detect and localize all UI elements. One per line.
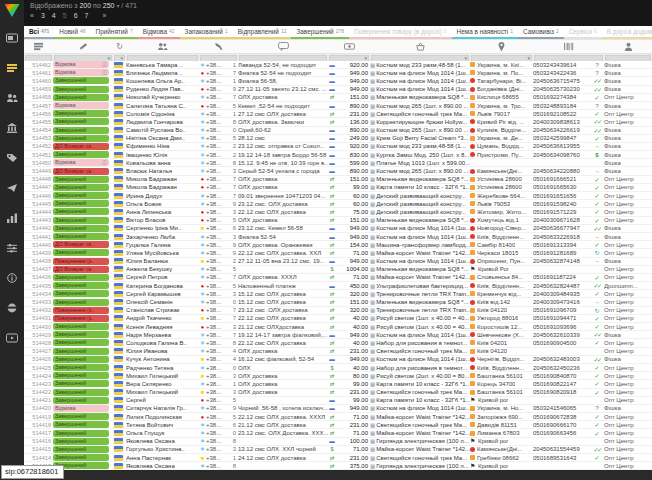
status-badge[interactable]: Завершений (53, 208, 109, 215)
status-badge[interactable]: Завершений (53, 430, 109, 437)
table-row[interactable]: 514430ЗавершенийКсенія Левадняя●+38...32… (24, 323, 652, 331)
status-badge[interactable]: Завершений (53, 356, 109, 363)
status-badge[interactable]: Завершений (53, 192, 109, 199)
table-row[interactable]: 514432Повернення (з..Станіслав Стрижак●+… (24, 307, 652, 315)
company-icon[interactable] (0, 117, 24, 139)
table-row[interactable]: 514429ЗавершенийНадія Мерзаева✳+38...719… (24, 331, 652, 339)
status-badge[interactable]: Відмоваⓘ (53, 159, 109, 166)
tab-7[interactable]: Завершений278 (291, 26, 349, 39)
table-row[interactable]: 514433ЗавершенийОлексій Семанін✳+38...01… (24, 298, 652, 306)
table-row[interactable]: 514445ЗавершенийОльга Божик✳+38...923.12… (24, 200, 652, 208)
table-row[interactable]: 514452ДО Возврат ск..Єфименко Ніна✳+38..… (24, 143, 652, 151)
table-row[interactable]: 514447ЗавершенийМикола Бадражан●+38...7О… (24, 184, 652, 192)
status-badge[interactable]: Відмова (53, 102, 109, 109)
table-row[interactable]: 514439ЗавершенийУляна Мусійовська✳+38...… (24, 249, 652, 257)
clients-icon[interactable] (126, 40, 199, 53)
price-tag-icon[interactable] (0, 147, 24, 169)
status-badge[interactable]: Завершений (53, 299, 109, 306)
page-number-7[interactable]: 7 (85, 12, 89, 19)
tab-5[interactable]: Запакований1 (180, 26, 233, 39)
table-row[interactable]: 514422ЗавершенийМихаил Гилецький■+38...3… (24, 389, 652, 397)
table-row[interactable]: 514456ЗавершенийСоломія Сідоніна✳+38...1… (24, 110, 652, 118)
table-row[interactable]: 514449ДО Возврат ск..Власюк Наталья✳+38.… (24, 167, 652, 175)
list-icon[interactable] (24, 40, 53, 53)
table-row[interactable]: 514425ЗавершенийРадченко Тетяна✳+38...0О… (24, 364, 652, 372)
table-row[interactable]: 514448ЗавершенийМикола Бадражан●+38...7О… (24, 176, 652, 184)
tab-9[interactable]: Нема в наявності1 (452, 26, 518, 39)
table-row[interactable]: 514414ЗавершенийАнна Пастернак■+38...124… (24, 454, 652, 462)
status-badge[interactable]: Завершений (53, 151, 109, 158)
table-row[interactable]: 514446ЗавершенийИрина Дидух✳+38...709.01… (24, 192, 652, 200)
refresh-icon[interactable]: ↻ (113, 40, 126, 53)
phone-icon[interactable] (199, 40, 238, 53)
status-badge[interactable]: Завершений (53, 364, 109, 371)
status-badge[interactable]: Завершений (53, 110, 109, 117)
table-row[interactable]: 514451ЗавершенийІващенко Юлія✳+38...219.… (24, 151, 652, 159)
table-row[interactable]: 514434ЗавершенийСергей Карамышев✳+38...3… (24, 290, 652, 298)
info-icon[interactable] (0, 267, 24, 289)
table-row[interactable]: 514450ВідмоваⓘКовальова анна✳+38...815.1… (24, 159, 652, 167)
table-row[interactable]: 514416ЗавершенийЯковлева Оксана✳+38...8▬… (24, 438, 652, 446)
status-badge[interactable]: Завершений (53, 225, 109, 232)
status-badge[interactable]: Завершений (53, 397, 109, 404)
status-badge[interactable]: Завершений (53, 217, 109, 224)
table-row[interactable]: 514460ЗавершенийКошелева Ольга Ар..✳+38.… (24, 77, 652, 85)
tab-2[interactable]: Новий48 (54, 26, 90, 39)
status-pencil-icon[interactable] (53, 40, 113, 53)
money-icon[interactable] (328, 40, 370, 53)
sip-call-bar[interactable]: sip:0672818601 (1, 465, 64, 479)
table-row[interactable]: 514444ЗавершенийАнна Липенська●+38...322… (24, 208, 652, 216)
last-page-icon[interactable]: » (102, 12, 106, 19)
table-row[interactable]: 514413ЗавершенийЯковлева Оксана✳+38...8⇄… (24, 462, 652, 470)
table-row[interactable]: 514420ВідмоваСитарчук Наталія Гр..✳+38..… (24, 405, 652, 413)
table-row[interactable]: 514462ВідмоваⓘКаневська Тамара ..✳+38...… (24, 61, 652, 69)
manager-person-icon[interactable] (604, 40, 652, 53)
status-badge[interactable]: Завершений (53, 380, 109, 387)
table-row[interactable]: 514443ЗавершенийВіктор Власов●+38...5ОЛХ… (24, 217, 652, 225)
tab-6[interactable]: Відправлений12 (233, 26, 292, 39)
status-badge[interactable]: Завершений (53, 438, 109, 445)
tab-4[interactable]: Відмова42 (138, 26, 180, 39)
table-row[interactable]: 514418ЗавершенийТетяна Войтович✳+38...62… (24, 421, 652, 429)
tab-10[interactable]: Самовивіз2 (518, 26, 564, 39)
orders-list-icon[interactable] (0, 57, 24, 79)
status-badge[interactable]: Повернення (з.. (53, 258, 109, 265)
table-row[interactable]: 514427ЗавершенийЮлия Иванова✳+38...4ОЛХ … (24, 348, 652, 356)
status-badge[interactable]: Завершений (53, 446, 109, 453)
table-row[interactable]: 514436ЗавершенийСергей Петров✳+38...7ОЛХ… (24, 274, 652, 282)
status-badge[interactable]: Завершений (53, 94, 109, 101)
barcode-icon[interactable] (533, 40, 604, 53)
stats-chart-icon[interactable] (0, 207, 24, 229)
table-row[interactable]: 514417ЗавершенийОльга Глущук✳+38...023.1… (24, 429, 652, 437)
status-badge[interactable]: Завершений (53, 339, 109, 346)
status-badge[interactable]: Повернення (з.. (53, 307, 109, 314)
table-row[interactable]: 514461ВідмоваⓘБлизнюк Людмила ..●+38...7… (24, 69, 652, 77)
status-badge[interactable]: Завершений (53, 118, 109, 125)
table-row[interactable]: 514453ЗавершенийНікітіна Оксана Дми..✳+3… (24, 135, 652, 143)
status-badge[interactable]: Завершений (53, 127, 109, 134)
table-row[interactable]: 514428ЗавершенийСолодкова Галина В..✳+38… (24, 339, 652, 347)
page-size-dropdown-icon[interactable]: ▾ (116, 3, 119, 9)
status-badge[interactable]: Завершений (53, 413, 109, 420)
tab-8[interactable]: Повернення товару (в дорозі)0 (349, 26, 452, 39)
table-row[interactable]: 514458ЗавершенийНиколай Кучеренко✳+38...… (24, 94, 652, 102)
table-row[interactable]: 514459ЗавершенийРуденко Лидия Пав..●+38.… (24, 86, 652, 94)
status-badge[interactable]: Завершений (53, 421, 109, 428)
tab-3[interactable]: Прийнятий7 (91, 26, 138, 39)
status-badge[interactable]: Завершений (53, 331, 109, 338)
status-badge[interactable]: Завершений (53, 290, 109, 297)
status-badge[interactable]: Завершений (53, 372, 109, 379)
page-number-4[interactable]: 4 (52, 12, 56, 19)
status-badge[interactable]: Завершений (53, 348, 109, 355)
status-badge[interactable]: Завершений (53, 86, 109, 93)
customers-icon[interactable] (0, 87, 24, 109)
status-badge[interactable]: ДО Возврат ск.. (53, 266, 109, 273)
status-badge[interactable]: Завершений (53, 389, 109, 396)
status-badge[interactable]: Завершений (53, 454, 109, 461)
status-badge[interactable]: Завершений (53, 77, 109, 84)
location-pin-icon[interactable] (470, 40, 533, 53)
status-badge[interactable]: Завершений (53, 176, 109, 183)
status-badge[interactable]: ДО Возврат ск.. (53, 241, 109, 248)
first-page-icon[interactable]: « (30, 12, 34, 19)
video-tutorial-icon[interactable] (0, 327, 24, 349)
